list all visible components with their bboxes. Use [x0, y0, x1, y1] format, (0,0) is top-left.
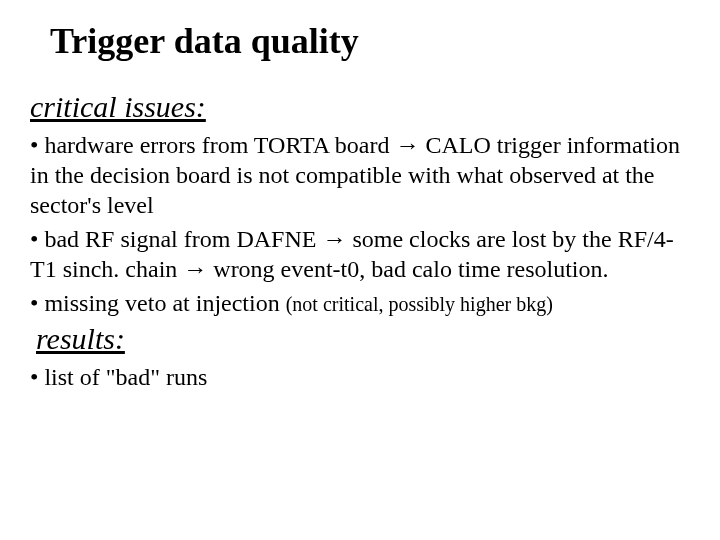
bullet-bad-rf-signal: • bad RF signal from DAFNE → some clocks…: [30, 224, 690, 284]
slide-title: Trigger data quality: [50, 20, 690, 62]
bullet-hardware-errors: • hardware errors from TORTA board → CAL…: [30, 130, 690, 220]
bullet-missing-veto-paren: (not critical, possibly higher bkg): [286, 293, 553, 315]
slide: Trigger data quality critical issues: • …: [0, 0, 720, 416]
section-heading-results: results:: [36, 322, 690, 356]
bullet-bad-runs: • list of "bad" runs: [30, 362, 690, 392]
bullet-missing-veto: • missing veto at injection (not critica…: [30, 288, 690, 318]
section-heading-critical: critical issues:: [30, 90, 690, 124]
bullet-missing-veto-main: • missing veto at injection: [30, 290, 286, 316]
